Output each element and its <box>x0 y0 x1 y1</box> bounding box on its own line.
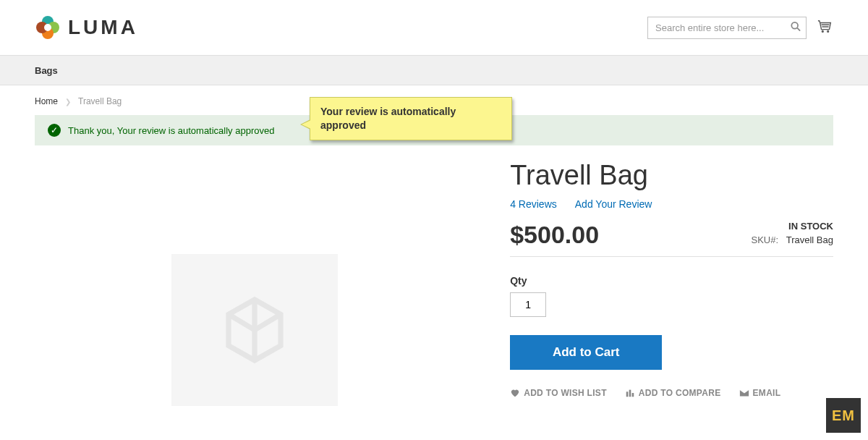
price-row: $500.00 IN STOCK SKU#: Travell Bag <box>510 221 833 257</box>
wishlist-label: ADD TO WISH LIST <box>524 388 607 398</box>
reviews-count-link[interactable]: 4 Reviews <box>510 198 557 210</box>
add-to-compare-link[interactable]: ADD TO COMPARE <box>625 388 721 398</box>
search-input[interactable] <box>647 17 807 39</box>
product-title: Travell Bag <box>510 160 833 191</box>
add-to-cart-button[interactable]: Add to Cart <box>510 335 662 370</box>
search-icon[interactable] <box>791 22 801 34</box>
stock-info: IN STOCK SKU#: Travell Bag <box>752 221 833 245</box>
chevron-right-icon: ❯ <box>65 98 71 106</box>
product-area: Travell Bag 4 Reviews Add Your Review $5… <box>35 160 833 406</box>
email-link[interactable]: EMAIL <box>739 388 781 398</box>
review-links: 4 Reviews Add Your Review <box>510 198 833 210</box>
breadcrumb-home[interactable]: Home <box>35 96 58 106</box>
svg-rect-8 <box>629 390 631 397</box>
product-image-column <box>35 160 474 406</box>
logo-text: LUMA <box>68 16 138 39</box>
add-to-wishlist-link[interactable]: ADD TO WISH LIST <box>510 388 607 398</box>
qty-label: Qty <box>510 275 833 287</box>
heart-icon <box>510 388 520 398</box>
sku-label: SKU#: <box>752 234 779 245</box>
svg-point-5 <box>791 22 798 29</box>
success-message: ✓ Thank you, Your review is automaticall… <box>35 115 833 145</box>
svg-rect-9 <box>631 393 634 397</box>
header: LUMA <box>0 0 868 55</box>
compare-label: ADD TO COMPARE <box>639 388 721 398</box>
qty-input[interactable] <box>510 292 546 317</box>
tooltip-callout: Your review is automatically approved <box>310 97 512 140</box>
product-image-placeholder <box>171 254 338 406</box>
cart-icon[interactable] <box>817 19 833 37</box>
envelope-icon <box>739 388 749 398</box>
breadcrumb-current: Travell Bag <box>78 96 122 106</box>
email-label: EMAIL <box>753 388 781 398</box>
header-right <box>647 17 833 39</box>
sku-value: Travell Bag <box>786 234 833 245</box>
success-text: Thank you, Your review is automatically … <box>68 125 274 136</box>
product-price: $500.00 <box>510 221 599 249</box>
em-badge[interactable]: EM <box>826 398 861 433</box>
svg-point-4 <box>44 24 51 31</box>
logo[interactable]: LUMA <box>35 14 138 41</box>
check-circle-icon: ✓ <box>48 124 61 137</box>
compare-icon <box>625 388 635 398</box>
nav-bar: Bags <box>0 55 868 85</box>
logo-icon <box>35 14 61 41</box>
stock-status: IN STOCK <box>752 221 833 232</box>
add-review-link[interactable]: Add Your Review <box>575 198 652 210</box>
sku-info: SKU#: Travell Bag <box>752 234 833 245</box>
svg-rect-7 <box>626 392 629 397</box>
product-info-column: Travell Bag 4 Reviews Add Your Review $5… <box>510 160 833 406</box>
svg-line-6 <box>797 28 800 31</box>
nav-item-bags[interactable]: Bags <box>35 65 58 76</box>
search-wrap <box>647 17 807 39</box>
main-content: Home ❯ Travell Bag ✓ Thank you, Your rev… <box>0 85 868 435</box>
product-actions: ADD TO WISH LIST ADD TO COMPARE EMAIL <box>510 388 833 398</box>
